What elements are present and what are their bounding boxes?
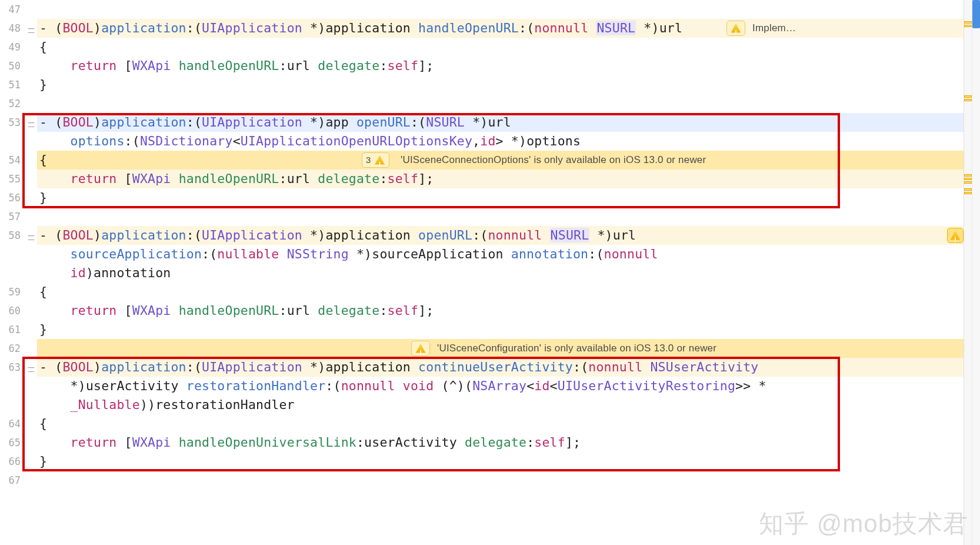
code-line[interactable]: {	[37, 283, 964, 301]
line-number: 56	[0, 188, 21, 207]
fold-toggle[interactable]: –	[28, 22, 35, 34]
line-number: 52	[0, 94, 21, 113]
line-number: 64	[0, 414, 21, 433]
line-number	[0, 264, 21, 283]
minimap-warning-marker[interactable]	[964, 181, 972, 184]
code-line[interactable]: options:(NSDictionary<UIApplicationOpenU…	[37, 132, 964, 151]
code-editor: 4748495051525354555657585960616263646566…	[0, 0, 980, 545]
warning-text: 'UISceneConnectionOptions' is only avail…	[401, 151, 706, 170]
minimap-warning-marker[interactable]	[964, 188, 972, 191]
warning-minimap[interactable]	[964, 0, 972, 545]
warning-icon	[375, 155, 385, 165]
fold-toggle[interactable]: –	[28, 361, 35, 373]
minimap-warning-marker[interactable]	[964, 192, 972, 194]
code-line[interactable]: - (BOOL)application:(UIApplication *)app…	[37, 113, 964, 132]
code-line[interactable]: }	[37, 320, 964, 339]
line-number-gutter: 4748495051525354555657585960616263646566…	[0, 0, 25, 545]
code-line[interactable]: }	[37, 452, 964, 471]
minimap-warning-marker[interactable]	[964, 95, 972, 98]
minimap-warning-marker[interactable]	[964, 178, 972, 180]
line-number: 67	[0, 471, 21, 490]
line-number: 54	[0, 151, 21, 170]
code-line[interactable]: {3'UISceneConnectionOptions' is only ava…	[37, 151, 964, 170]
code-line[interactable]: return [WXApi handleOpenURL:url delegate…	[37, 301, 964, 320]
code-line[interactable]: sourceApplication:(nullable NSString *)s…	[37, 245, 964, 264]
line-number	[0, 132, 21, 151]
code-line[interactable]: _Nullable))restorationHandler	[37, 396, 964, 414]
line-number: 48	[0, 19, 21, 38]
line-number: 50	[0, 57, 21, 75]
warning-badge[interactable]	[726, 21, 745, 36]
line-number: 62	[0, 339, 21, 358]
fold-toggle[interactable]: –	[28, 116, 35, 128]
warning-badge[interactable]: 3	[362, 152, 389, 168]
code-line[interactable]	[37, 0, 964, 19]
line-number: 57	[0, 207, 21, 226]
fold-column: ––––	[25, 0, 37, 545]
code-line[interactable]: - (BOOL)application:(UIApplication *)app…	[37, 226, 964, 245]
line-number	[0, 377, 21, 396]
code-line[interactable]: return [WXApi handleOpenURL:url delegate…	[37, 170, 964, 188]
code-line[interactable]: {	[37, 38, 964, 57]
warning-icon	[950, 230, 961, 241]
line-number: 49	[0, 38, 21, 57]
warning-count: 3	[366, 151, 371, 170]
code-area[interactable]: - (BOOL)application:(UIApplication *)app…	[37, 0, 964, 545]
code-line[interactable]	[37, 207, 964, 226]
line-number: 66	[0, 452, 21, 471]
code-line[interactable]: *)userActivity restorationHandler:(nonnu…	[37, 377, 964, 396]
code-line[interactable]: }	[37, 75, 964, 94]
line-number: 63	[0, 358, 21, 377]
minimap-warning-marker[interactable]	[964, 25, 972, 27]
warning-icon	[731, 23, 741, 34]
warning-badge[interactable]	[947, 228, 964, 243]
minimap-warning-marker[interactable]	[964, 99, 972, 101]
line-number: 61	[0, 320, 21, 339]
code-line[interactable]: 'UISceneConfiguration' is only available…	[37, 339, 964, 358]
minimap-warning-marker[interactable]	[964, 174, 972, 177]
line-number: 58	[0, 226, 21, 245]
code-line[interactable]: return [WXApi handleOpenUniversalLink:us…	[37, 433, 964, 452]
code-line[interactable]: - (BOOL)application:(UIApplication *)app…	[37, 19, 964, 38]
warning-text: 'UISceneConfiguration' is only available…	[437, 339, 716, 358]
line-number: 65	[0, 433, 21, 452]
fold-toggle[interactable]: –	[28, 229, 35, 241]
line-number: 60	[0, 301, 21, 320]
code-line[interactable]: id)annotation	[37, 264, 964, 283]
line-number: 47	[0, 0, 21, 19]
line-number: 59	[0, 283, 21, 301]
minimap-warning-marker[interactable]	[964, 21, 972, 24]
code-line[interactable]: return [WXApi handleOpenURL:url delegate…	[37, 57, 964, 75]
line-number: 55	[0, 170, 21, 188]
code-line[interactable]	[37, 471, 964, 490]
warning-badge[interactable]	[411, 341, 430, 356]
code-line[interactable]: - (BOOL)application:(UIApplication *)app…	[37, 358, 964, 377]
code-line[interactable]: {	[37, 414, 964, 433]
code-line[interactable]	[37, 94, 964, 113]
vertical-scrollbar[interactable]	[972, 0, 980, 545]
line-number	[0, 245, 21, 264]
line-number: 51	[0, 75, 21, 94]
line-number: 53	[0, 113, 21, 132]
line-number	[0, 396, 21, 414]
scrollbar-thumb[interactable]	[972, 0, 980, 28]
warning-icon	[415, 343, 426, 354]
warning-text: Implem…	[752, 19, 796, 38]
code-line[interactable]: }	[37, 188, 964, 207]
